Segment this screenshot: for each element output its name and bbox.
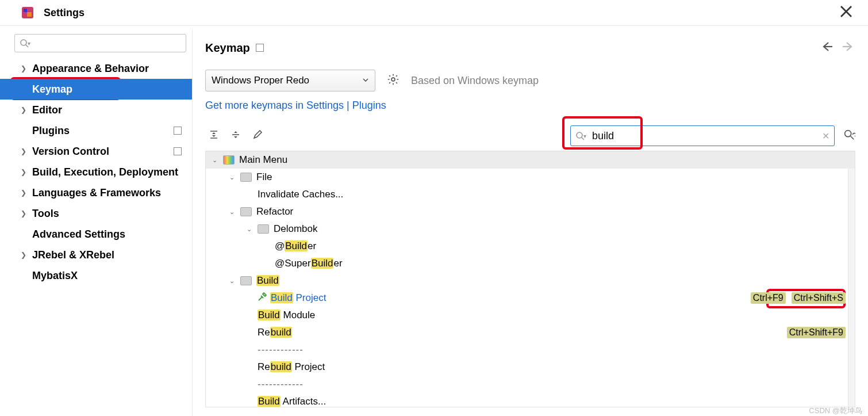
get-more-keymaps-link[interactable]: Get more keymaps in Settings | Plugins	[205, 100, 386, 111]
folder-icon	[240, 207, 252, 216]
tree-action[interactable]: Build Artifacts...	[206, 393, 855, 407]
folder-icon	[240, 276, 252, 285]
sidebar-search-input[interactable]	[34, 38, 181, 49]
tree-label: @Builder	[275, 241, 316, 252]
chevron-right-icon: ❯	[20, 106, 28, 114]
tree-label: Rebuild	[258, 327, 292, 338]
chevron-right-icon: ❯	[20, 209, 28, 217]
chevron-right-icon: ❯	[20, 251, 28, 259]
svg-point-3	[21, 40, 26, 45]
tree-label: Invalidate Caches...	[258, 189, 343, 200]
chevron-down-icon: ⌄	[228, 277, 236, 285]
page-title: Keymap	[205, 41, 250, 55]
svg-rect-2	[27, 12, 32, 17]
sidebar-item-mybatisx[interactable]: MybatisX	[0, 265, 192, 286]
chevron-down-icon	[362, 75, 369, 86]
settings-content: Keymap Windows Proper Redo Based on	[193, 29, 868, 416]
keymap-scheme-selected: Windows Proper Redo	[212, 75, 309, 86]
tree-separator: ------------	[206, 341, 855, 358]
settings-badge-icon	[174, 127, 182, 135]
sidebar-item-label: JRebel & XRebel	[32, 249, 114, 261]
tree-action[interactable]: Build Module	[206, 307, 855, 324]
tree-label: Build Project	[270, 292, 326, 304]
folder-icon	[258, 224, 269, 234]
tree-label: Rebuild Project	[258, 361, 325, 373]
sidebar-item-appearance-behavior[interactable]: ❯Appearance & Behavior	[0, 58, 192, 79]
action-search-input[interactable]	[591, 129, 819, 143]
tree-refactor[interactable]: ⌄Refactor	[206, 203, 855, 220]
close-icon[interactable]	[835, 2, 858, 24]
tree-separator: ------------	[206, 376, 855, 393]
action-search[interactable]: ▾ ✕	[570, 125, 835, 146]
tree-action[interactable]: RebuildCtrl+Shift+F9	[206, 324, 855, 341]
sidebar-item-plugins[interactable]: Plugins	[0, 120, 192, 141]
nav-forward-icon	[842, 40, 855, 56]
tree-label: Main Menu	[239, 154, 287, 166]
app-icon	[21, 6, 34, 20]
tree-label: Refactor	[256, 206, 293, 217]
svg-rect-1	[24, 9, 27, 12]
settings-badge-icon	[174, 147, 182, 155]
titlebar-divider	[0, 25, 868, 26]
watermark: CSDN @乾坤鸟	[809, 406, 862, 416]
chevron-down-icon: ⌄	[228, 174, 236, 181]
page-title-badge-icon	[256, 44, 264, 52]
sidebar-item-label: MybatisX	[32, 270, 78, 282]
sidebar-item-languages-frameworks[interactable]: ❯Languages & Frameworks	[0, 182, 192, 203]
tree-label: Build Artifacts...	[258, 396, 326, 407]
shortcut: Ctrl+F9	[751, 292, 786, 304]
tree-label: @SuperBuilder	[275, 258, 343, 269]
sidebar-item-jrebel-xrebel[interactable]: ❯JRebel & XRebel	[0, 245, 192, 265]
tree-action[interactable]: @SuperBuilder	[206, 255, 855, 272]
sidebar-item-label: Advanced Settings	[32, 228, 125, 241]
folder-icon	[240, 173, 252, 182]
action-tree[interactable]: ⌄Main Menu⌄FileInvalidate Caches...⌄Refa…	[205, 151, 855, 407]
sidebar-item-version-control[interactable]: ❯Version Control	[0, 141, 192, 162]
sidebar-item-keymap[interactable]: Keymap	[0, 79, 192, 100]
sidebar-item-label: Editor	[32, 104, 62, 116]
chevron-right-icon: ❯	[20, 64, 28, 72]
tree-action[interactable]: Rebuild Project	[206, 358, 855, 376]
clear-search-icon[interactable]: ✕	[822, 131, 829, 142]
sidebar-item-label: Languages & Frameworks	[32, 187, 161, 199]
keymap-scheme-select[interactable]: Windows Proper Redo	[205, 70, 375, 91]
svg-point-4	[391, 78, 395, 81]
sidebar-item-label: Keymap	[32, 83, 72, 96]
titlebar: Settings	[0, 0, 868, 25]
sidebar-item-editor[interactable]: ❯Editor	[0, 100, 192, 120]
chevron-right-icon: ❯	[20, 189, 28, 197]
tree-root[interactable]: ⌄Main Menu	[206, 151, 855, 169]
tree-build[interactable]: ⌄Build	[206, 272, 855, 289]
expand-all-icon[interactable]	[209, 129, 219, 142]
chevron-down-icon: ⌄	[245, 226, 253, 233]
edit-icon[interactable]	[252, 129, 263, 142]
tree-file[interactable]: ⌄File	[206, 169, 855, 186]
window-title: Settings	[44, 7, 85, 19]
chevron-right-icon: ❯	[20, 168, 28, 176]
chevron-down-icon: ⌄	[210, 157, 218, 164]
tree-action[interactable]: Build ProjectCtrl+F9Ctrl+Shift+S	[206, 289, 855, 307]
sidebar-item-build-execution-deployment[interactable]: ❯Build, Execution, Deployment	[0, 162, 192, 182]
find-by-shortcut-icon[interactable]	[843, 128, 855, 143]
tree-label: Build	[256, 275, 279, 287]
gear-icon[interactable]	[387, 73, 400, 88]
shortcut-list: Ctrl+Shift+F9	[787, 327, 846, 338]
svg-point-5	[577, 132, 582, 138]
chevron-right-icon: ❯	[20, 147, 28, 155]
sidebar-search[interactable]: ▾	[14, 34, 186, 52]
tree-delombok[interactable]: ⌄Delombok	[206, 220, 855, 238]
based-on-label: Based on Windows keymap	[411, 75, 539, 87]
tree-label: File	[256, 171, 272, 183]
collapse-all-icon[interactable]	[231, 129, 241, 142]
tree-action[interactable]: @Builder	[206, 238, 855, 255]
hammer-icon	[258, 292, 267, 304]
sidebar-item-label: Build, Execution, Deployment	[32, 166, 178, 178]
sidebar-item-advanced-settings[interactable]: Advanced Settings	[0, 224, 192, 245]
tree-label: Delombok	[274, 223, 318, 235]
sidebar-item-tools[interactable]: ❯Tools	[0, 203, 192, 224]
chevron-down-icon: ⌄	[228, 208, 236, 216]
folder-icon	[223, 155, 235, 165]
sidebar-item-label: Version Control	[32, 146, 109, 158]
nav-back-icon[interactable]	[820, 40, 834, 56]
tree-action-invalidate-caches[interactable]: Invalidate Caches...	[206, 186, 855, 203]
